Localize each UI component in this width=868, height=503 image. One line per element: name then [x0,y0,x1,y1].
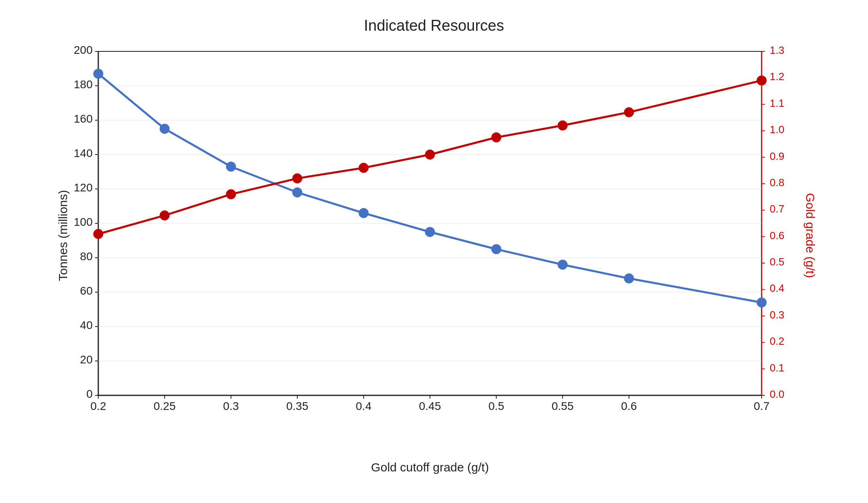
svg-point-101 [624,107,634,117]
svg-text:0.6: 0.6 [770,229,784,241]
svg-text:0.7: 0.7 [754,400,770,412]
svg-text:0.7: 0.7 [770,203,784,215]
svg-point-95 [226,189,236,199]
svg-text:20: 20 [80,353,93,366]
y-left-axis-label: Tonnes (millions) [56,190,70,281]
svg-text:120: 120 [74,181,93,194]
svg-point-94 [160,210,169,220]
y-right-axis-label: Gold grade (g/t) [803,193,817,278]
svg-text:0.35: 0.35 [286,400,309,412]
svg-point-102 [757,75,766,85]
svg-text:1.1: 1.1 [770,97,784,109]
svg-text:0: 0 [86,388,93,400]
svg-text:1.2: 1.2 [770,70,784,83]
svg-point-83 [93,69,103,79]
chart-area: Tonnes (millions) Gold grade (g/t) Gold … [66,41,794,430]
svg-point-99 [491,132,501,142]
svg-text:0.6: 0.6 [621,400,637,412]
chart-svg: 0204060801001201401601802000.00.10.20.30… [66,41,794,430]
svg-text:0.5: 0.5 [770,256,784,268]
svg-text:80: 80 [80,250,93,263]
svg-text:40: 40 [80,319,93,331]
svg-point-93 [93,229,103,239]
chart-title: Indicated Resources [9,9,859,38]
svg-point-96 [292,173,302,183]
svg-point-92 [757,297,766,307]
svg-text:200: 200 [74,44,93,56]
svg-text:140: 140 [74,147,93,159]
svg-text:160: 160 [74,112,93,125]
svg-text:100: 100 [74,216,93,228]
svg-point-88 [425,227,435,237]
svg-text:0.2: 0.2 [770,335,784,347]
svg-point-89 [491,244,501,254]
svg-point-85 [226,161,236,171]
svg-point-90 [558,260,567,270]
svg-point-84 [160,124,169,134]
svg-point-86 [292,187,302,197]
svg-text:60: 60 [80,284,93,297]
svg-point-87 [359,208,368,218]
svg-text:0.4: 0.4 [356,400,372,412]
svg-text:0.1: 0.1 [770,361,784,374]
svg-text:0.4: 0.4 [770,282,784,294]
svg-point-98 [425,150,435,159]
svg-point-91 [624,274,634,283]
svg-text:0.8: 0.8 [770,176,784,188]
svg-text:0.2: 0.2 [91,400,106,412]
svg-text:0.45: 0.45 [419,400,441,412]
svg-point-100 [558,121,567,130]
svg-text:0.55: 0.55 [552,400,574,412]
svg-text:180: 180 [74,78,93,91]
svg-text:0.25: 0.25 [154,400,176,412]
x-axis-label: Gold cutoff grade (g/t) [371,461,489,474]
svg-text:0.3: 0.3 [223,400,239,412]
svg-text:0.9: 0.9 [770,150,784,162]
svg-text:1.0: 1.0 [770,123,784,136]
svg-point-97 [359,163,368,172]
svg-text:1.3: 1.3 [770,44,784,56]
svg-text:0.3: 0.3 [770,308,784,320]
svg-text:0.0: 0.0 [770,388,784,400]
chart-container: Indicated Resources Tonnes (millions) Go… [9,9,859,495]
svg-text:0.5: 0.5 [489,400,504,412]
